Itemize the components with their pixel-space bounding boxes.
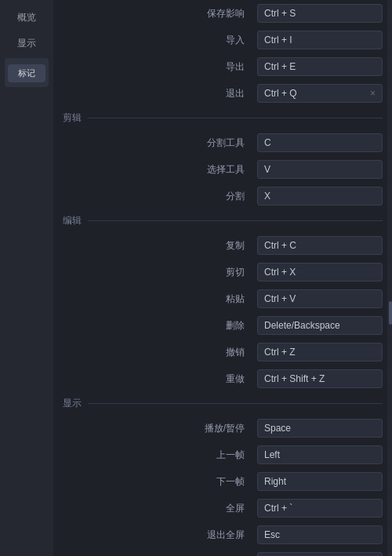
- key-fullscreen: Ctrl + `: [264, 503, 292, 514]
- value-quit[interactable]: Ctrl + Q ×: [257, 84, 383, 103]
- label-export: 导出: [63, 60, 257, 74]
- label-import: 导入: [63, 34, 257, 47]
- key-paste: Ctrl + V: [264, 293, 296, 304]
- label-select-tool: 选择工具: [63, 163, 257, 176]
- value-cut[interactable]: Ctrl + X: [257, 263, 383, 282]
- value-undo[interactable]: Ctrl + Z: [257, 343, 383, 362]
- value-export[interactable]: Ctrl + E: [257, 57, 383, 76]
- value-save[interactable]: Ctrl + S: [257, 4, 383, 23]
- key-select-tool: V: [264, 164, 270, 175]
- row-save: 保存影响 Ctrl + S: [53, 0, 392, 27]
- sidebar: 概览 显示 标记: [0, 0, 53, 556]
- label-cut: 剪切: [63, 266, 257, 279]
- value-next-frame[interactable]: Right: [257, 472, 383, 491]
- value-paste[interactable]: Ctrl + V: [257, 289, 383, 308]
- label-save: 保存影响: [63, 7, 257, 20]
- key-undo: Ctrl + Z: [264, 347, 296, 358]
- value-copy[interactable]: Ctrl + C: [257, 236, 383, 255]
- sidebar-item-display[interactable]: 显示: [5, 32, 49, 55]
- key-exit-fullscreen: Esc: [264, 529, 280, 540]
- key-split: X: [264, 191, 270, 202]
- label-exit-fullscreen: 退出全屏: [63, 529, 257, 542]
- row-cut: 剪切 Ctrl + X: [53, 259, 392, 285]
- label-delete: 删除: [63, 319, 257, 333]
- row-track-zoom-in: 轨道放大 =: [53, 548, 392, 556]
- label-prev-frame: 上一帧: [63, 449, 257, 462]
- row-redo: 重做 Ctrl + Shift + Z: [53, 365, 392, 392]
- key-cut: Ctrl + X: [264, 267, 296, 278]
- row-copy: 复制 Ctrl + C: [53, 232, 392, 259]
- label-quit: 退出: [63, 87, 257, 100]
- clear-quit-button[interactable]: ×: [370, 89, 376, 98]
- label-paste: 粘贴: [63, 293, 257, 306]
- value-redo[interactable]: Ctrl + Shift + Z: [257, 369, 383, 388]
- value-track-zoom-in[interactable]: =: [257, 552, 383, 556]
- value-select-tool[interactable]: V: [257, 160, 383, 179]
- row-next-frame: 下一帧 Right: [53, 468, 392, 495]
- section-edit: 编辑 复制 Ctrl + C 剪切 Ctrl + X 粘贴 Ctrl + V: [53, 209, 392, 392]
- key-delete: Delete/Backspace: [264, 320, 340, 331]
- value-prev-frame[interactable]: Left: [257, 445, 383, 464]
- row-export: 导出 Ctrl + E: [53, 53, 392, 80]
- scrollbar-track: [387, 0, 392, 556]
- row-play-pause: 播放/暂停 Space: [53, 415, 392, 442]
- app-container: 概览 显示 标记 保存影响 Ctrl + S 导入 Ctrl + I: [0, 0, 392, 556]
- value-split[interactable]: X: [257, 187, 383, 205]
- section-cut: 剪辑 分割工具 C 选择工具 V 分割 X: [53, 107, 392, 209]
- sidebar-badge-marker: 标记: [8, 64, 45, 82]
- sidebar-item-marker[interactable]: 标记: [5, 58, 49, 87]
- label-undo: 撤销: [63, 346, 257, 359]
- value-import[interactable]: Ctrl + I: [257, 31, 383, 49]
- sidebar-item-overview[interactable]: 概览: [5, 6, 49, 29]
- value-split-tool[interactable]: C: [257, 133, 383, 152]
- key-export: Ctrl + E: [264, 61, 296, 72]
- row-delete: 删除 Delete/Backspace: [53, 312, 392, 339]
- row-split: 分割 X: [53, 183, 392, 209]
- row-import: 导入 Ctrl + I: [53, 27, 392, 53]
- section-display: 显示 播放/暂停 Space 上一帧 Left 下一帧 Right 全: [53, 392, 392, 556]
- label-split: 分割: [63, 190, 257, 203]
- label-next-frame: 下一帧: [63, 475, 257, 489]
- key-copy: Ctrl + C: [264, 240, 296, 251]
- key-import: Ctrl + I: [264, 35, 292, 45]
- main-content: 保存影响 Ctrl + S 导入 Ctrl + I 导出 Ctrl + E 退出: [53, 0, 392, 556]
- row-quit: 退出 Ctrl + Q ×: [53, 80, 392, 107]
- value-delete[interactable]: Delete/Backspace: [257, 316, 383, 335]
- scrollbar-thumb[interactable]: [389, 301, 392, 325]
- sidebar-label-display: 显示: [17, 38, 36, 49]
- row-split-tool: 分割工具 C: [53, 129, 392, 156]
- key-split-tool: C: [264, 137, 271, 148]
- key-play-pause: Space: [264, 423, 291, 434]
- section-file: 保存影响 Ctrl + S 导入 Ctrl + I 导出 Ctrl + E 退出: [53, 0, 392, 107]
- label-fullscreen: 全屏: [63, 502, 257, 515]
- section-header-cut: 剪辑: [53, 107, 392, 129]
- value-fullscreen[interactable]: Ctrl + `: [257, 499, 383, 518]
- value-play-pause[interactable]: Space: [257, 419, 383, 438]
- sidebar-label-overview: 概览: [17, 12, 36, 23]
- key-quit: Ctrl + Q: [264, 88, 297, 99]
- section-header-display: 显示: [53, 392, 392, 415]
- row-paste: 粘贴 Ctrl + V: [53, 285, 392, 312]
- label-copy: 复制: [63, 239, 257, 253]
- key-redo: Ctrl + Shift + Z: [264, 373, 325, 384]
- row-select-tool: 选择工具 V: [53, 156, 392, 183]
- row-undo: 撤销 Ctrl + Z: [53, 339, 392, 365]
- label-split-tool: 分割工具: [63, 136, 257, 150]
- value-exit-fullscreen[interactable]: Esc: [257, 525, 383, 544]
- row-fullscreen: 全屏 Ctrl + `: [53, 495, 392, 521]
- key-next-frame: Right: [264, 476, 286, 487]
- label-redo: 重做: [63, 372, 257, 386]
- row-exit-fullscreen: 退出全屏 Esc: [53, 521, 392, 548]
- label-play-pause: 播放/暂停: [63, 422, 257, 435]
- section-header-edit: 编辑: [53, 209, 392, 232]
- row-prev-frame: 上一帧 Left: [53, 442, 392, 468]
- key-save: Ctrl + S: [264, 8, 296, 19]
- key-prev-frame: Left: [264, 449, 280, 460]
